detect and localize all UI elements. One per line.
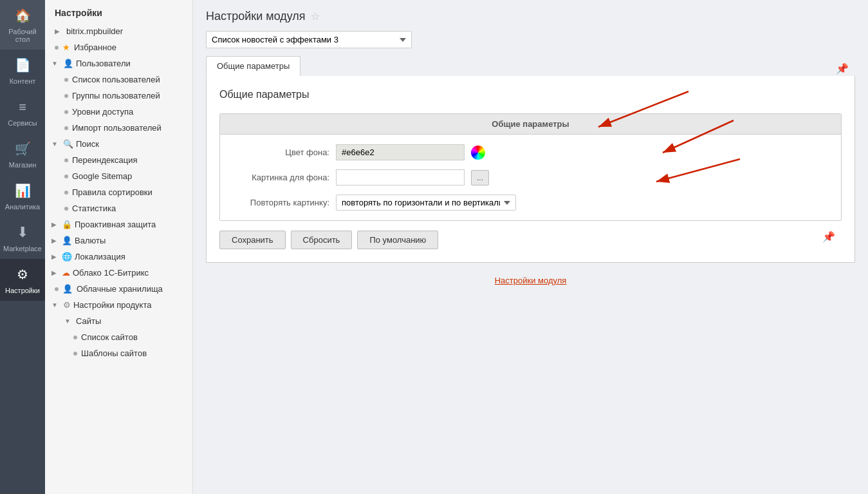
sidebar-item-search-sort[interactable]: Правила сортировки <box>45 184 192 200</box>
tab-general[interactable]: Общие параметры <box>206 56 300 76</box>
sidebar-item-sites[interactable]: ▼ Сайты <box>45 313 192 329</box>
settings-section-title: Общие параметры <box>219 89 842 100</box>
sidebar-item-sites-list[interactable]: Список сайтов <box>45 329 192 345</box>
analytics-icon: 📊 <box>14 182 32 200</box>
nav-item-services[interactable]: ≡ Сервисы <box>0 91 45 133</box>
bg-image-label: Картинка для фона: <box>226 173 329 182</box>
tabs-row: Общие параметры <box>206 56 855 76</box>
sidebar-item-search-reindex[interactable]: Переиндексация <box>45 152 192 168</box>
nav-label-content: Контент <box>10 77 36 85</box>
sidebar-item-statistics[interactable]: Статистика <box>45 200 192 216</box>
settings-panel: Общие параметры Общие параметры Цвет фон… <box>206 76 855 263</box>
bullet-icon <box>55 287 59 291</box>
sidebar-label-cloud: Облако 1С-Битрикс <box>73 268 149 278</box>
currency-icon: 👤 <box>62 236 72 245</box>
user-icon: 👤 <box>63 59 73 68</box>
arrow-down-icon: ▼ <box>51 301 58 309</box>
sidebar-item-product-settings[interactable]: ▼ ⚙ Настройки продукта <box>45 297 192 313</box>
sidebar-item-users-import[interactable]: Импорт пользователей <box>45 120 192 136</box>
sidebar-item-users-groups[interactable]: Группы пользователей <box>45 88 192 104</box>
bullet-icon <box>64 78 68 82</box>
favorite-star-icon[interactable]: ☆ <box>311 10 320 23</box>
sidebar-label-sites: Сайты <box>76 316 101 326</box>
sidebar-label-localization: Локализация <box>75 252 125 261</box>
bullet-icon <box>64 158 68 162</box>
bullet-icon <box>64 175 68 178</box>
nav-label-desktop: Рабочий стол <box>8 28 36 43</box>
nav-item-marketplace[interactable]: ⬇ Marketplace <box>0 217 45 259</box>
bullet-icon <box>73 352 77 356</box>
sidebar-item-proactive[interactable]: ▶ 🔒 Проактивная защита <box>45 216 192 233</box>
bg-color-label: Цвет фона: <box>226 147 329 157</box>
nav-label-settings: Настройки <box>5 287 40 294</box>
sidebar-item-users-access[interactable]: Уровни доступа <box>45 104 192 120</box>
module-select-row: Список новостей с эффектами 3 <box>206 31 855 48</box>
nav-label-services: Сервисы <box>8 119 37 127</box>
marketplace-icon: ⬇ <box>14 223 32 242</box>
browse-button[interactable]: ... <box>471 170 489 185</box>
nav-label-analytics: Аналитика <box>5 203 40 211</box>
reset-button[interactable]: Сбросить <box>291 231 353 249</box>
default-button[interactable]: По умолчанию <box>357 231 438 249</box>
sidebar-label-product-settings: Настройки продукта <box>73 300 152 310</box>
module-select[interactable]: Список новостей с эффектами 3 <box>206 31 412 48</box>
sidebar-label-sites-templates: Шаблоны сайтов <box>81 348 147 358</box>
shop-icon: 🛒 <box>14 140 32 158</box>
arrow-icon: ▶ <box>55 28 60 35</box>
sidebar-item-search-sitemap[interactable]: Google Sitemap <box>45 168 192 184</box>
bg-color-input[interactable] <box>336 144 465 160</box>
repeat-select[interactable]: повторять по горизонтали и по вертикали … <box>336 195 516 211</box>
sidebar-label-users-access: Уровни доступа <box>72 107 133 117</box>
tabs-container: 📌 Общие параметры Общие параметры Общие … <box>206 56 855 263</box>
cloud-icon: ☁ <box>62 268 70 278</box>
settings-table-header: Общие параметры <box>220 114 841 135</box>
sidebar-label-users-groups: Группы пользователей <box>72 91 160 100</box>
arrow-down-icon: ▼ <box>64 318 71 325</box>
bullet-icon <box>64 94 68 98</box>
nav-item-content[interactable]: 📄 Контент <box>0 50 45 91</box>
sidebar-label-cloud-storage: Облачные хранилища <box>77 284 163 294</box>
sidebar-label-search: Поиск <box>76 139 99 149</box>
nav-item-desktop[interactable]: 🏠 Рабочий стол <box>0 0 45 50</box>
pin-top-icon[interactable]: 📌 <box>836 62 849 75</box>
repeat-row: Повторять картинку: повторять по горизон… <box>226 195 835 211</box>
sidebar-label-currencies: Валюты <box>75 236 106 245</box>
sidebar-item-favorites[interactable]: ★ Избранное <box>45 39 192 55</box>
nav-item-shop[interactable]: 🛒 Магазин <box>0 133 45 175</box>
page-title-text: Настройки модуля <box>206 10 306 23</box>
sidebar-item-cloud-storage[interactable]: 👤 Облачные хранилища <box>45 281 192 297</box>
sidebar-label-users-import: Импорт пользователей <box>72 123 162 133</box>
bullet-icon <box>64 207 68 211</box>
sidebar-item-currencies[interactable]: ▶ 👤 Валюты <box>45 233 192 249</box>
sidebar-item-users[interactable]: ▼ 👤 Пользователи <box>45 55 192 71</box>
bullet-icon <box>73 336 77 339</box>
nav-item-analytics[interactable]: 📊 Аналитика <box>0 175 45 217</box>
sidebar-item-bitrix[interactable]: ▶ bitrix.mpbuilder <box>45 23 192 39</box>
sidebar-item-sites-templates[interactable]: Шаблоны сайтов <box>45 345 192 361</box>
pin-bottom-icon[interactable]: 📌 <box>822 231 835 243</box>
arrow-icon: ▶ <box>51 253 57 260</box>
save-button[interactable]: Сохранить <box>219 231 286 249</box>
nav-item-settings[interactable]: ⚙ Настройки <box>0 259 45 301</box>
arrow-icon: ▶ <box>51 237 57 244</box>
sidebar-item-users-list[interactable]: Список пользователей <box>45 71 192 88</box>
annotation-link[interactable]: Настройки модуля <box>206 276 855 285</box>
sidebar-label-reindex: Переиндексация <box>72 155 138 165</box>
sidebar-item-search[interactable]: ▼ 🔍 Поиск <box>45 136 192 152</box>
sidebar-label-proactive: Проактивная защита <box>75 220 156 229</box>
bg-image-input[interactable] <box>336 169 465 185</box>
sidebar-label-bitrix: bitrix.mpbuilder <box>66 26 123 36</box>
sidebar-item-localization[interactable]: ▶ 🌐 Локализация <box>45 249 192 265</box>
color-picker-icon[interactable] <box>471 146 485 160</box>
search-icon: 🔍 <box>63 139 73 149</box>
nav-label-shop: Магазин <box>9 161 36 169</box>
sidebar-item-cloud[interactable]: ▶ ☁ Облако 1С-Битрикс <box>45 265 192 281</box>
cloud2-icon: 👤 <box>62 284 73 294</box>
bullet-icon <box>64 191 68 195</box>
sidebar-label-statistics: Статистика <box>72 204 116 213</box>
bullet-icon <box>64 110 68 114</box>
bullet-icon <box>64 126 68 130</box>
main-content: Настройки модуля ☆ Список новостей с эфф… <box>193 0 868 494</box>
arrow-down-icon: ▼ <box>51 60 58 67</box>
lock-icon: 🔒 <box>62 220 72 229</box>
